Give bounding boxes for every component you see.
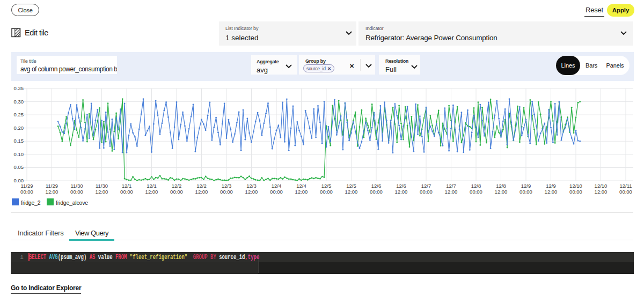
svg-text:11/30: 11/30	[96, 183, 108, 189]
svg-text:12/3: 12/3	[246, 183, 257, 189]
svg-text:12/11: 12/11	[619, 183, 632, 189]
svg-text:12:00: 12:00	[595, 189, 608, 195]
svg-text:00:00: 00:00	[220, 189, 233, 195]
svg-text:00:00: 00:00	[569, 189, 582, 195]
svg-text:00:00: 00:00	[270, 189, 283, 195]
svg-text:12/4: 12/4	[272, 183, 282, 189]
svg-text:12/10: 12/10	[595, 183, 608, 189]
svg-text:12/6: 12/6	[371, 183, 382, 189]
svg-text:12/2: 12/2	[172, 183, 182, 189]
svg-text:12:00: 12:00	[545, 189, 558, 195]
svg-text:00:00: 00:00	[70, 189, 83, 195]
svg-text:12/7: 12/7	[446, 183, 456, 189]
svg-text:12:00: 12:00	[195, 189, 208, 195]
svg-text:12/5: 12/5	[321, 183, 332, 189]
svg-text:00:00: 00:00	[370, 189, 383, 195]
svg-text:00:00: 00:00	[120, 189, 133, 195]
svg-text:12/8: 12/8	[471, 183, 481, 189]
svg-text:0.05: 0.05	[14, 164, 24, 170]
svg-text:0.10: 0.10	[14, 151, 24, 157]
svg-text:12/9: 12/9	[546, 183, 556, 189]
svg-text:12:00: 12:00	[395, 189, 408, 195]
svg-text:00:00: 00:00	[320, 189, 333, 195]
svg-text:12/6: 12/6	[396, 183, 406, 189]
svg-text:12/3: 12/3	[222, 183, 232, 189]
svg-text:12:00: 12:00	[145, 189, 158, 195]
svg-text:12:00: 12:00	[495, 189, 508, 195]
svg-text:00:00: 00:00	[420, 189, 433, 195]
svg-text:12/1: 12/1	[122, 183, 132, 189]
svg-text:12:00: 12:00	[345, 189, 358, 195]
svg-text:00:00: 00:00	[470, 189, 482, 195]
svg-text:00:00: 00:00	[170, 189, 183, 195]
svg-text:12/1: 12/1	[147, 183, 157, 189]
svg-text:0.15: 0.15	[14, 138, 24, 144]
svg-text:12/5: 12/5	[346, 183, 356, 189]
svg-text:12/4: 12/4	[296, 183, 306, 189]
svg-text:00:00: 00:00	[20, 189, 33, 195]
svg-text:11/29: 11/29	[20, 183, 33, 189]
svg-text:12/7: 12/7	[421, 183, 431, 189]
svg-text:00:00: 00:00	[519, 189, 532, 195]
svg-text:11/29: 11/29	[46, 183, 58, 189]
svg-text:11/30: 11/30	[70, 183, 83, 189]
svg-text:0.25: 0.25	[14, 112, 24, 117]
svg-text:12/10: 12/10	[569, 183, 582, 189]
svg-text:00:00: 00:00	[619, 189, 632, 195]
svg-text:12:00: 12:00	[295, 189, 308, 195]
svg-text:12:00: 12:00	[245, 189, 258, 195]
svg-text:0.20: 0.20	[14, 125, 24, 131]
svg-text:12:00: 12:00	[445, 189, 458, 195]
svg-text:12/9: 12/9	[521, 183, 531, 189]
svg-text:0.35: 0.35	[14, 85, 24, 91]
svg-text:12/2: 12/2	[196, 183, 207, 189]
svg-text:0.30: 0.30	[14, 99, 24, 105]
svg-text:12:00: 12:00	[96, 189, 108, 195]
svg-text:12:00: 12:00	[46, 189, 58, 195]
svg-text:12/8: 12/8	[496, 183, 506, 189]
